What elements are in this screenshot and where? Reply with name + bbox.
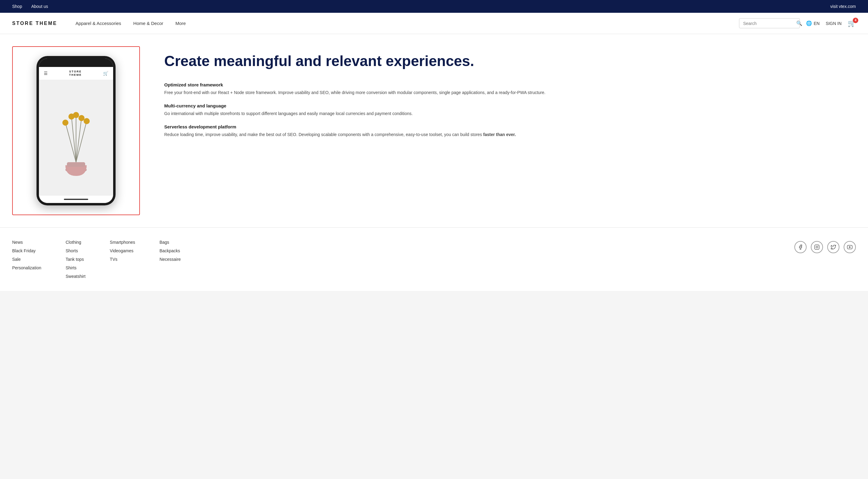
plant-svg	[49, 98, 103, 177]
feature-1: Optimized store framework Free your fron…	[164, 82, 856, 96]
svg-line-5	[76, 118, 82, 162]
phone-logo: STORE THEME	[69, 70, 82, 77]
footer-link-sweatshirt[interactable]: Sweatshirt	[66, 274, 86, 279]
svg-line-2	[65, 123, 76, 162]
footer-link-tvs[interactable]: TVs	[110, 257, 135, 262]
feature-1-text: Free your front-end with our React + Nod…	[164, 89, 856, 96]
footer-link-clothing[interactable]: Clothing	[66, 240, 86, 245]
nav-apparel[interactable]: Apparel & Accessories	[75, 21, 121, 26]
plant-illustration	[49, 98, 103, 177]
language-selector[interactable]: 🌐 EN	[806, 20, 819, 26]
feature-3-title: Serverless development platform	[164, 124, 856, 129]
phone-cart-icon: 🛒	[103, 71, 108, 76]
svg-point-7	[62, 120, 68, 126]
footer-link-tanktops[interactable]: Tank tops	[66, 257, 86, 262]
feature-2-text: Go international with multiple storefron…	[164, 110, 856, 117]
phone-mockup-area: ☰ STORE THEME 🛒	[12, 46, 140, 215]
svg-point-9	[73, 112, 79, 118]
home-bar	[64, 199, 88, 200]
svg-rect-1	[67, 162, 85, 167]
svg-line-6	[76, 121, 87, 162]
footer-social	[795, 240, 856, 279]
search-icon: 🔍	[796, 20, 802, 26]
facebook-icon[interactable]	[795, 241, 807, 253]
header-right: 🔍 🌐 EN SIGN IN 🛒 4	[739, 18, 856, 28]
footer-link-backpacks[interactable]: Backpacks	[159, 248, 181, 253]
phone-content-area	[39, 80, 113, 196]
search-box[interactable]: 🔍	[739, 18, 800, 28]
feature-1-title: Optimized store framework	[164, 82, 856, 87]
sign-in-button[interactable]: SIGN IN	[826, 21, 841, 26]
globe-icon: 🌐	[806, 20, 812, 26]
feature-2: Multi-currency and language Go internati…	[164, 103, 856, 117]
svg-rect-12	[815, 245, 819, 249]
footer-link-smartphones[interactable]: Smartphones	[110, 240, 135, 245]
phone-home-indicator	[39, 196, 113, 203]
footer: News Black Friday Sale Personalization C…	[0, 227, 868, 291]
svg-line-3	[71, 117, 76, 162]
cart-badge: 4	[853, 18, 858, 23]
footer-col-3: Smartphones Videogames TVs	[110, 240, 135, 279]
footer-col-4: Bags Backpacks Necessaire	[159, 240, 181, 279]
footer-link-shirts[interactable]: Shirts	[66, 265, 86, 270]
phone-mockup: ☰ STORE THEME 🛒	[36, 56, 116, 205]
feature-2-title: Multi-currency and language	[164, 103, 856, 108]
nav-home-decor[interactable]: Home & Decor	[133, 21, 163, 26]
site-logo[interactable]: STORE THEME	[12, 21, 57, 26]
footer-link-sale[interactable]: Sale	[12, 257, 41, 262]
main-content: ☰ STORE THEME 🛒	[0, 34, 868, 227]
instagram-icon[interactable]	[811, 241, 823, 253]
phone-screen: ☰ STORE THEME 🛒	[39, 58, 113, 203]
footer-link-personalization[interactable]: Personalization	[12, 265, 41, 270]
phone-notch	[39, 58, 113, 67]
top-bar-left: Shop About us	[12, 4, 48, 9]
search-input[interactable]	[743, 21, 796, 26]
main-nav: Apparel & Accessories Home & Decor More	[75, 21, 739, 26]
top-bar: Shop About us visit vtex.com	[0, 0, 868, 13]
svg-point-10	[79, 115, 85, 121]
footer-link-bags[interactable]: Bags	[159, 240, 181, 245]
youtube-icon[interactable]	[844, 241, 856, 253]
top-bar-vtex[interactable]: visit vtex.com	[830, 4, 856, 9]
feature-3-bold: faster than ever.	[483, 132, 516, 137]
footer-link-news[interactable]: News	[12, 240, 41, 245]
lang-label: EN	[813, 21, 819, 26]
phone-menu-icon: ☰	[44, 71, 48, 76]
feature-3-text: Reduce loading time, improve usability, …	[164, 131, 856, 138]
twitter-icon[interactable]	[827, 241, 839, 253]
footer-col-2: Clothing Shorts Tank tops Shirts Sweatsh…	[66, 240, 86, 279]
nav-more[interactable]: More	[176, 21, 186, 26]
feature-3: Serverless development platform Reduce l…	[164, 124, 856, 138]
footer-link-videogames[interactable]: Videogames	[110, 248, 135, 253]
svg-point-11	[84, 118, 90, 124]
top-bar-shop[interactable]: Shop	[12, 4, 22, 9]
cart-button[interactable]: 🛒 4	[848, 20, 856, 27]
svg-marker-14	[849, 246, 850, 248]
phone-app-header: ☰ STORE THEME 🛒	[39, 67, 113, 80]
header: STORE THEME Apparel & Accessories Home &…	[0, 13, 868, 34]
top-bar-about[interactable]: About us	[31, 4, 48, 9]
footer-link-blackfriday[interactable]: Black Friday	[12, 248, 41, 253]
hero-content: Create meaningful and relevant experienc…	[164, 46, 856, 215]
footer-col-1: News Black Friday Sale Personalization	[12, 240, 41, 279]
footer-link-necessaire[interactable]: Necessaire	[159, 257, 181, 262]
notch-cutout	[61, 58, 91, 65]
footer-link-shorts[interactable]: Shorts	[66, 248, 86, 253]
hero-headline: Create meaningful and relevant experienc…	[164, 52, 856, 70]
